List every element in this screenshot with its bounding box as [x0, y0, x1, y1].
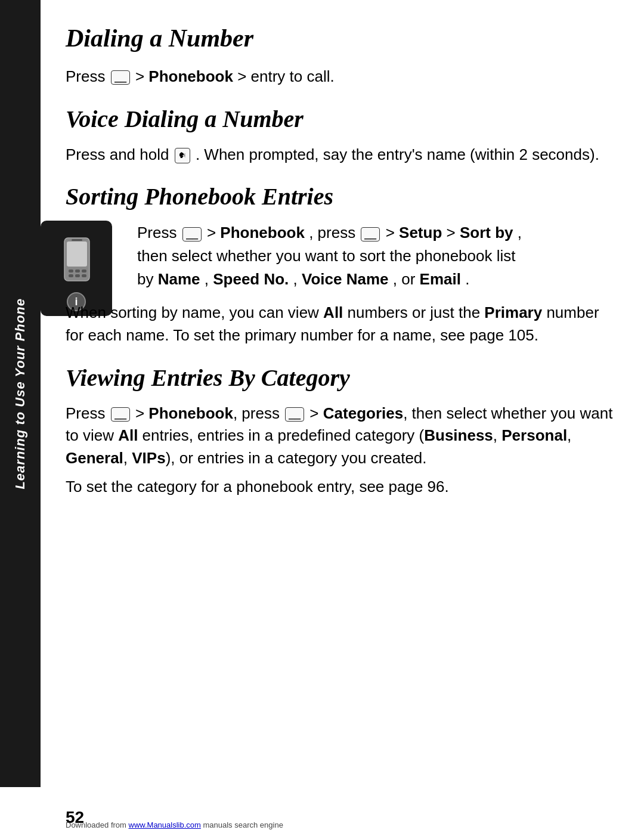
sorting-gt2: >: [386, 224, 399, 241]
viewing-personal-label: Personal: [501, 426, 567, 444]
menu-button-sorting2: ⎯⎯: [361, 227, 380, 241]
page: Learning to Use Your Phone i Dialing a N…: [0, 0, 644, 833]
menu-button-sorting1: ⎯⎯: [182, 227, 202, 241]
sorting-comma-press: , press: [309, 224, 360, 241]
sorting-email-label: Email: [420, 270, 461, 288]
footer-link[interactable]: www.Manualslib.com: [129, 820, 201, 829]
voice-dialing-section: Voice Dialing a Number Press and hold 🗣 …: [66, 105, 620, 166]
viewing-vips-label: VIPs: [132, 449, 165, 467]
sorting-title: Sorting Phonebook Entries: [66, 182, 620, 210]
sorting-gt1: >: [207, 224, 220, 241]
sorting-all-label: All: [323, 304, 343, 321]
dialing-title: Dialing a Number: [66, 24, 620, 52]
viewing-phonebook-label: Phonebook: [148, 404, 233, 422]
menu-button-viewing1: ⎯⎯: [111, 407, 130, 422]
sorting-voicename-label: Voice Name: [302, 270, 388, 288]
sorting-name-label: Name: [158, 270, 200, 288]
sorting-sortby-label: Sort by: [460, 224, 513, 241]
dialing-press-label: Press: [66, 67, 105, 85]
dialing-body: Press ⎯⎯ > Phonebook > entry to call.: [66, 66, 620, 88]
voice-button-icon: 🗣: [175, 148, 190, 163]
footer-credit: Downloaded from www.Manualslib.com manua…: [66, 820, 283, 829]
viewing-body1: Press ⎯⎯ > Phonebook, press ⎯⎯ > Categor…: [66, 402, 620, 470]
viewing-all-label: All: [118, 426, 138, 444]
sorting-or: , or: [393, 270, 420, 288]
sorting-line2: then select whether you want to sort the…: [137, 247, 516, 265]
voice-press-hold-label: Press and hold: [66, 145, 169, 163]
sorting-comma1: ,: [205, 270, 213, 288]
sorting-press-label: Press: [137, 224, 181, 241]
sorting-gt3: >: [447, 224, 460, 241]
sorting-section: Sorting Phonebook Entries Press ⎯⎯ > Pho…: [66, 182, 620, 346]
sidebar: Learning to Use Your Phone: [0, 0, 41, 787]
sorting-phonebook-label: Phonebook: [220, 224, 305, 241]
viewing-general-label: General: [66, 449, 123, 467]
sorting-comma: ,: [518, 224, 522, 241]
voice-dialing-body: Press and hold 🗣 . When prompted, say th…: [66, 144, 620, 166]
viewing-body2: To set the category for a phonebook entr…: [66, 476, 620, 498]
menu-button-dialing: ⎯⎯: [111, 70, 130, 85]
sorting-indented-block: Press ⎯⎯ > Phonebook , press ⎯⎯ > Setup …: [137, 221, 620, 291]
sorting-period: .: [465, 270, 469, 288]
main-content: Dialing a Number Press ⎯⎯ > Phonebook > …: [66, 24, 620, 785]
sorting-body2: When sorting by name, you can view All n…: [66, 302, 620, 346]
voice-dialing-title: Voice Dialing a Number: [66, 105, 620, 133]
menu-button-viewing2: ⎯⎯: [285, 407, 304, 422]
viewing-title: Viewing Entries By Category: [66, 364, 620, 392]
voice-dialing-suffix: . When prompted, say the entry's name (w…: [196, 145, 599, 163]
viewing-business-label: Business: [424, 426, 493, 444]
sorting-speedno-label: Speed No.: [213, 270, 289, 288]
sorting-primary-label: Primary: [484, 304, 542, 321]
viewing-categories-label: Categories: [323, 404, 403, 422]
sorting-comma2: ,: [293, 270, 302, 288]
sorting-by-label: by: [137, 270, 158, 288]
sorting-setup-label: Setup: [399, 224, 442, 241]
sidebar-label: Learning to Use Your Phone: [13, 298, 28, 490]
phonebook-label-dialing: Phonebook: [148, 67, 233, 85]
dialing-section: Dialing a Number Press ⎯⎯ > Phonebook > …: [66, 24, 620, 88]
viewing-section: Viewing Entries By Category Press ⎯⎯ > P…: [66, 364, 620, 498]
footer: 52 Downloaded from www.Manualslib.com ma…: [0, 786, 644, 833]
